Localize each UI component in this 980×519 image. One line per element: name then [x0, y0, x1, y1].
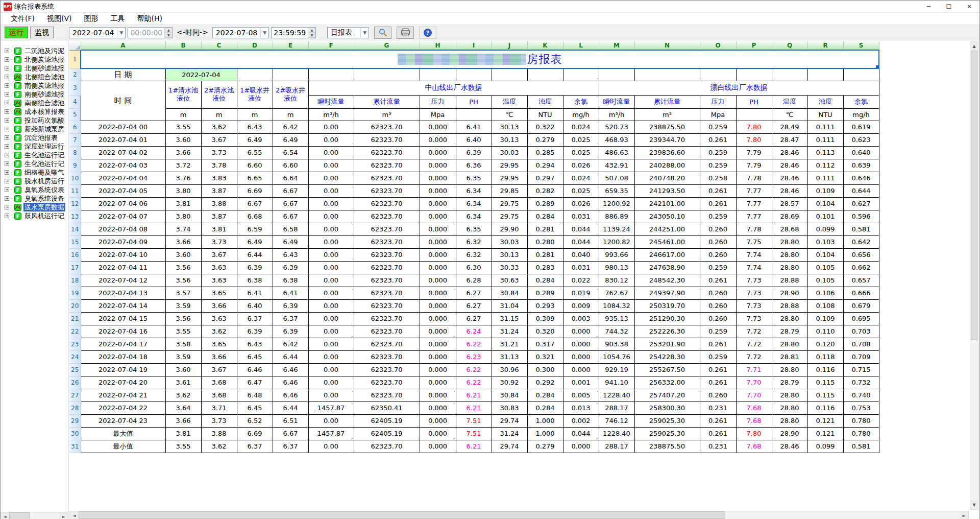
cell-Q14[interactable]: 28.68 — [772, 223, 807, 235]
expand-icon[interactable]: + — [5, 170, 9, 175]
cell-D24[interactable]: 6.45 — [237, 350, 273, 363]
measure-header-left-2[interactable]: 累计流量 — [354, 95, 420, 108]
cell-G27[interactable]: 62323.70 — [354, 389, 420, 402]
cell-M31[interactable]: 288.17 — [599, 440, 634, 453]
cell-E21[interactable]: 6.37 — [273, 312, 308, 325]
cell-B29[interactable]: 3.66 — [165, 414, 201, 427]
tree-item-19[interactable]: +送水泵房数据 — [1, 203, 68, 211]
cell-I29[interactable]: 7.51 — [456, 414, 492, 427]
cell-N2[interactable] — [634, 68, 700, 81]
row-header-30[interactable]: 30 — [69, 427, 81, 440]
cell-J29[interactable]: 29.74 — [492, 414, 527, 427]
cell-R15[interactable]: 0.103 — [807, 235, 843, 248]
cell-K25[interactable]: 0.300 — [527, 363, 563, 376]
cell-I17[interactable]: 6.30 — [456, 261, 492, 274]
cell-L7[interactable]: 0.025 — [563, 133, 599, 146]
measure-header-left-6[interactable]: 浊度 — [527, 95, 563, 108]
cell-H28[interactable]: 0.000 — [420, 402, 456, 414]
cell-C24[interactable]: 3.66 — [201, 350, 237, 363]
cell-H11[interactable]: 0.000 — [420, 184, 456, 197]
start-time-spinner[interactable]: 00:00:00 ▲▼ — [128, 27, 173, 38]
unit-cell[interactable]: NTU — [527, 108, 563, 121]
cell-J9[interactable]: 29.95 — [492, 159, 527, 172]
cell-I16[interactable]: 6.32 — [456, 248, 492, 261]
cell-A29[interactable]: 2022-07-04 23 — [81, 414, 165, 427]
group-header-right[interactable]: 漂白线出厂水数据 — [599, 81, 879, 95]
cell-R20[interactable]: 0.108 — [807, 299, 843, 312]
cell-K24[interactable]: 0.321 — [527, 350, 563, 363]
cell-B22[interactable]: 3.55 — [165, 325, 201, 338]
cell-O28[interactable]: 0.231 — [700, 402, 736, 414]
cell-S24[interactable]: 0.709 — [843, 350, 879, 363]
cell-H23[interactable]: 0.000 — [420, 338, 456, 350]
cell-D28[interactable]: 6.45 — [237, 402, 273, 414]
cell-F7[interactable]: 0.00 — [308, 133, 354, 146]
cell-L15[interactable]: 0.044 — [563, 235, 599, 248]
tree-item-5[interactable]: +F南侧炭滤池报 — [1, 81, 68, 90]
cell-S31[interactable]: 0.581 — [843, 440, 879, 453]
cell-B13[interactable]: 3.80 — [165, 210, 201, 223]
column-header-P[interactable]: P — [736, 41, 772, 50]
unit-cell[interactable]: m³/h — [308, 108, 354, 121]
cell-J18[interactable]: 30.63 — [492, 274, 527, 287]
row-header-31[interactable]: 31 — [69, 440, 81, 453]
cell-Q27[interactable]: 28.80 — [772, 389, 807, 402]
maximize-button[interactable]: ☐ — [939, 1, 959, 12]
cell-A13[interactable]: 2022-07-04 07 — [81, 210, 165, 223]
cell-I26[interactable]: 6.22 — [456, 376, 492, 389]
cell-O14[interactable]: 0.260 — [700, 223, 736, 235]
cell-F30[interactable]: 1457.87 — [308, 427, 354, 440]
cell-C30[interactable]: 3.88 — [201, 427, 237, 440]
row-header-11[interactable]: 11 — [69, 184, 81, 197]
cell-R11[interactable]: 0.109 — [807, 184, 843, 197]
cell-M10[interactable]: 507.08 — [599, 172, 634, 184]
measure-header-right-1[interactable]: 瞬时流量 — [599, 95, 634, 108]
cell-A22[interactable]: 2022-07-04 16 — [81, 325, 165, 338]
cell-F25[interactable]: 0.00 — [308, 363, 354, 376]
cell-F22[interactable]: 0.00 — [308, 325, 354, 338]
cell-E9[interactable]: 6.60 — [273, 159, 308, 172]
cell-P29[interactable]: 7.68 — [736, 414, 772, 427]
print-button[interactable] — [397, 27, 414, 39]
cell-L8[interactable]: 0.025 — [563, 146, 599, 159]
cell-C7[interactable]: 3.67 — [201, 133, 237, 146]
cell-R19[interactable]: 0.106 — [807, 287, 843, 299]
tree-item-15[interactable]: +F细格栅及曝气 — [1, 168, 68, 177]
cell-Q12[interactable]: 28.57 — [772, 197, 807, 210]
cell-R23[interactable]: 0.120 — [807, 338, 843, 350]
cell-O8[interactable]: 0.259 — [700, 146, 736, 159]
cell-H29[interactable]: 0.000 — [420, 414, 456, 427]
cell-S2[interactable] — [843, 68, 879, 81]
level-header-2[interactable]: 2#清水池液位 — [201, 81, 237, 108]
cell-C13[interactable]: 3.87 — [201, 210, 237, 223]
cell-O10[interactable]: 0.258 — [700, 172, 736, 184]
cell-R31[interactable]: 0.099 — [807, 440, 843, 453]
cell-G11[interactable]: 62323.70 — [354, 184, 420, 197]
cell-O6[interactable]: 0.259 — [700, 121, 736, 133]
cell-S6[interactable]: 0.619 — [843, 121, 879, 133]
cell-C10[interactable]: 3.83 — [201, 172, 237, 184]
cell-E22[interactable]: 6.39 — [273, 325, 308, 338]
cell-C29[interactable]: 3.73 — [201, 414, 237, 427]
cell-S27[interactable]: 0.740 — [843, 389, 879, 402]
cell-Q29[interactable]: 28.80 — [772, 414, 807, 427]
cell-S17[interactable]: 0.662 — [843, 261, 879, 274]
cell-O25[interactable]: 0.261 — [700, 363, 736, 376]
cell-M14[interactable]: 1139.24 — [599, 223, 634, 235]
cell-K2[interactable] — [527, 68, 563, 81]
row-header-6[interactable]: 6 — [69, 121, 81, 133]
measure-header-left-3[interactable]: 压力 — [420, 95, 456, 108]
monitor-button[interactable]: 监视 — [30, 27, 54, 38]
cell-K11[interactable]: 0.282 — [527, 184, 563, 197]
cell-F18[interactable]: 0.00 — [308, 274, 354, 287]
cell-I31[interactable]: 6.21 — [456, 440, 492, 453]
cell-N9[interactable]: 240288.00 — [634, 159, 700, 172]
cell-L22[interactable]: 0.000 — [563, 325, 599, 338]
cell-A24[interactable]: 2022-07-04 18 — [81, 350, 165, 363]
cell-H26[interactable]: 0.000 — [420, 376, 456, 389]
cell-S15[interactable]: 0.642 — [843, 235, 879, 248]
cell-J2[interactable] — [492, 68, 527, 81]
row-header-5[interactable]: 5 — [69, 108, 81, 121]
cell-A27[interactable]: 2022-07-04 21 — [81, 389, 165, 402]
cell-S10[interactable]: 0.646 — [843, 172, 879, 184]
